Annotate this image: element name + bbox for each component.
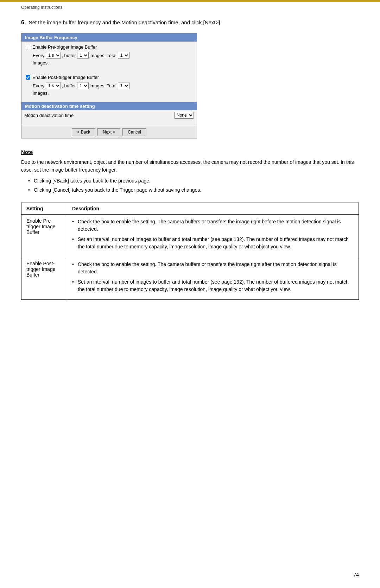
post-trigger-checkbox[interactable] [26,75,30,80]
motion-select-container: None 5 s 10 s 30 s 1 min [174,112,194,119]
page-number: 74 [353,572,359,577]
pre-every-select[interactable]: 1 s 2 s 5 s [46,52,61,59]
setting-cell-pre: Enable Pre-trigger Image Buffer [21,214,67,257]
post-trigger-label: Enable Post-trigger Image Buffer [32,75,99,80]
post-every-select[interactable]: 1 s 2 s 5 s [46,82,61,89]
setting-cell-post: Enable Post-trigger Image Buffer [21,257,67,299]
motion-deactivation-select[interactable]: None 5 s 10 s 30 s 1 min [174,112,194,119]
dialog-body-post: Enable Post-trigger Image Buffer Every 1… [21,72,197,102]
post-total-select[interactable]: 1 2 5 [118,82,129,89]
pre-desc-bullet-2: Set an interval, number of images to buf… [72,236,354,250]
motion-header: Motion deactivation time setting [21,102,197,110]
post-trigger-row: Enable Post-trigger Image Buffer [26,75,192,80]
post-images-label: images. Total [89,83,116,88]
note-title: Note [21,149,359,155]
pre-images-suffix: images. [26,60,192,66]
pre-desc-bullet-1: Check the box to enable the setting. The… [72,218,354,233]
note-bullet-list: Clicking [<Back] takes you back to the p… [21,177,359,194]
pre-trigger-settings: Every 1 s 2 s 5 s , buffer 1 2 5 images.… [26,52,192,59]
pre-every-label: Every [33,53,44,58]
table-row: Enable Post-trigger Image Buffer Check t… [21,257,359,299]
note-section: Note Due to the network environment, obj… [21,149,359,194]
pre-trigger-row: Enable Pre-trigger Image Buffer [26,44,192,50]
table-header-description: Description [67,203,359,214]
post-images-suffix: images. [26,91,192,96]
motion-label: Motion deactivation time [24,113,74,118]
note-bullet-2: Clicking [Cancel] takes you back to the … [28,186,359,194]
post-buffer-select[interactable]: 1 2 5 [77,82,89,89]
description-cell-pre: Check the box to enable the setting. The… [67,214,359,257]
pre-buffer-label: , buffer [62,53,76,58]
step-description: Set the image buffer frequency and the M… [29,19,222,25]
pre-total-select[interactable]: 1 2 5 [118,52,129,59]
motion-row: Motion deactivation time None 5 s 10 s 3… [21,110,197,120]
post-desc-bullet-2: Set an interval, number of images to buf… [72,278,354,293]
note-paragraph: Due to the network environment, object a… [21,159,359,174]
dialog-box: Image Buffer Frequency Enable Pre-trigge… [21,33,197,138]
table-row: Enable Pre-trigger Image Buffer Check th… [21,214,359,257]
cancel-button[interactable]: Cancel [122,128,146,136]
note-bullet-1: Clicking [<Back] takes you back to the p… [28,177,359,185]
pre-trigger-checkbox[interactable] [26,45,30,49]
dialog-footer: < Back Next > Cancel [21,126,197,138]
step-text: 6. Set the image buffer frequency and th… [21,18,359,27]
dialog-body-pre: Enable Pre-trigger Image Buffer Every 1 … [21,42,197,72]
table-header-setting: Setting [21,203,67,214]
image-buffer-header: Image Buffer Frequency [21,33,197,42]
post-buffer-label: , buffer [62,83,76,88]
next-button[interactable]: Next > [97,128,120,136]
pre-images-label: images. Total [89,53,116,58]
pre-buffer-select[interactable]: 1 2 5 [77,52,89,59]
back-button[interactable]: < Back [72,128,95,136]
post-every-label: Every [33,83,44,88]
description-table: Setting Description Enable Pre-trigger I… [21,203,359,300]
pre-trigger-label: Enable Pre-trigger Image Buffer [32,44,97,50]
post-trigger-settings: Every 1 s 2 s 5 s , buffer 1 2 5 images.… [26,82,192,89]
post-desc-bullet-1: Check the box to enable the setting. The… [72,261,354,276]
header-label: Operating Instructions [0,2,380,11]
description-cell-post: Check the box to enable the setting. The… [67,257,359,299]
step-number: 6. [21,19,26,25]
